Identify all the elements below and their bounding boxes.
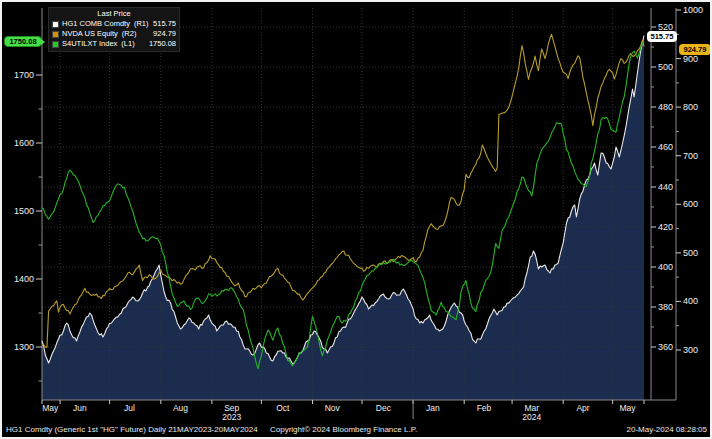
svg-text:Feb: Feb bbox=[477, 403, 492, 413]
svg-text:700: 700 bbox=[683, 151, 698, 161]
svg-text:1400: 1400 bbox=[14, 274, 34, 284]
svg-text:1500: 1500 bbox=[14, 206, 34, 216]
legend-label: S4UTILXT Index bbox=[62, 39, 117, 49]
svg-text:460: 460 bbox=[658, 142, 673, 152]
svg-text:Jul: Jul bbox=[124, 403, 135, 413]
legend-value: 1750.08 bbox=[149, 39, 176, 49]
legend-axis-tag: (R1) bbox=[134, 19, 149, 29]
svg-text:440: 440 bbox=[658, 182, 673, 192]
legend-axis-tag: (R2) bbox=[122, 29, 137, 39]
svg-text:380: 380 bbox=[658, 302, 673, 312]
svg-text:Jan: Jan bbox=[426, 403, 440, 413]
svg-text:600: 600 bbox=[683, 199, 698, 209]
last-price-badge-nvda: 924.79 bbox=[679, 44, 711, 55]
legend-value: 924.79 bbox=[153, 29, 176, 39]
svg-text:800: 800 bbox=[683, 102, 698, 112]
svg-text:Aug: Aug bbox=[173, 403, 188, 413]
legend-item-nvda[interactable]: NVDA US Equity (R2) 924.79 bbox=[52, 29, 176, 39]
footer-copyright: Copyright© 2024 Bloomberg Finance L.P. bbox=[270, 425, 417, 434]
svg-text:1700: 1700 bbox=[14, 70, 34, 80]
svg-text:May: May bbox=[619, 403, 636, 413]
last-price-badge-s4utilxt: 1750.08 bbox=[4, 36, 42, 47]
svg-text:480: 480 bbox=[658, 102, 673, 112]
svg-text:500: 500 bbox=[683, 248, 698, 258]
legend-last-price: Last Price HG1 COMB Comdty (R1) 515.75 N… bbox=[48, 7, 180, 52]
legend-value: 515.75 bbox=[153, 19, 176, 29]
svg-text:500: 500 bbox=[658, 62, 673, 72]
legend-title: Last Price bbox=[52, 9, 176, 19]
legend-axis-tag: (L1) bbox=[121, 39, 134, 49]
footer-security-description: HG1 Comdty (Generic 1st "HG" Future) Dai… bbox=[6, 425, 258, 434]
svg-text:Oct: Oct bbox=[276, 403, 290, 413]
legend-label: NVDA US Equity bbox=[62, 29, 118, 39]
svg-text:360: 360 bbox=[658, 342, 673, 352]
s4utilxt-swatch-icon bbox=[52, 41, 59, 48]
legend-label: HG1 COMB Comdty bbox=[62, 19, 130, 29]
hg1-swatch-icon bbox=[52, 21, 59, 28]
svg-text:May: May bbox=[42, 403, 59, 413]
svg-text:300: 300 bbox=[683, 345, 698, 355]
bloomberg-chart-window: 1700160015001400130052050048046044042040… bbox=[0, 0, 712, 439]
price-chart[interactable]: 1700160015001400130052050048046044042040… bbox=[0, 0, 712, 439]
svg-text:Jun: Jun bbox=[73, 403, 87, 413]
svg-text:400: 400 bbox=[683, 296, 698, 306]
legend-item-hg1[interactable]: HG1 COMB Comdty (R1) 515.75 bbox=[52, 19, 176, 29]
svg-text:Dec: Dec bbox=[376, 403, 392, 413]
svg-text:1300: 1300 bbox=[14, 342, 34, 352]
svg-text:Apr: Apr bbox=[576, 403, 589, 413]
last-price-badge-hg1: 515.75 bbox=[647, 31, 677, 42]
svg-text:400: 400 bbox=[658, 262, 673, 272]
legend-item-s4utilxt[interactable]: S4UTILXT Index (L1) 1750.08 bbox=[52, 39, 176, 49]
svg-text:2023: 2023 bbox=[222, 412, 241, 422]
svg-text:420: 420 bbox=[658, 222, 673, 232]
svg-text:1600: 1600 bbox=[14, 138, 34, 148]
svg-text:1000: 1000 bbox=[683, 5, 703, 15]
svg-text:900: 900 bbox=[683, 54, 698, 64]
footer-timestamp: 20-May-2024 08:28:05 bbox=[627, 425, 708, 434]
svg-text:Nov: Nov bbox=[325, 403, 341, 413]
footer-bar: HG1 Comdty (Generic 1st "HG" Future) Dai… bbox=[2, 423, 710, 437]
svg-text:2024: 2024 bbox=[522, 412, 541, 422]
nvda-swatch-icon bbox=[52, 31, 59, 38]
